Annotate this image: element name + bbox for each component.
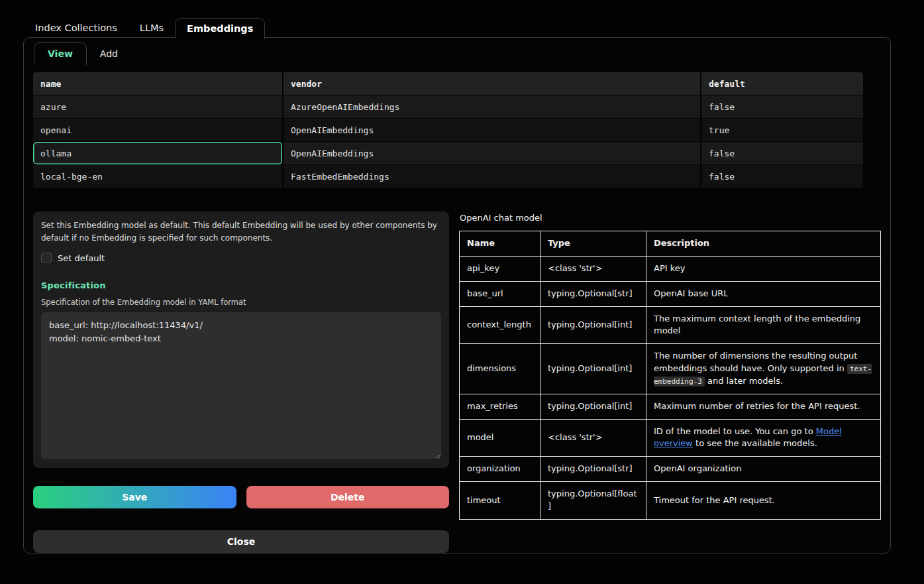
schema-column-name: Name: [460, 231, 540, 257]
param-description: Maximum number of retries for the API re…: [646, 394, 881, 419]
embeddings-table-row[interactable]: azureAzureOpenAIEmbeddingsfalse: [33, 95, 881, 119]
column-header-name: name: [33, 72, 283, 95]
param-description: OpenAI organization: [646, 457, 881, 482]
schema-table-row: api_key<class 'str'>API key: [460, 256, 881, 281]
close-button[interactable]: Close: [33, 530, 449, 553]
param-description: Timeout for the API request.: [646, 482, 881, 520]
embeddings-table-row[interactable]: openaiOpenAIEmbeddingstrue: [33, 119, 881, 142]
edit-column: Set this Embedding model as default. Thi…: [33, 211, 449, 553]
cell-name[interactable]: azure: [33, 95, 283, 119]
embeddings-table: name vendor default azureAzureOpenAIEmbe…: [33, 72, 881, 188]
cell-name[interactable]: ollama: [33, 142, 283, 165]
description-text: to see the available models.: [693, 438, 817, 448]
param-name: timeout: [460, 482, 540, 520]
specification-heading: Specification: [41, 280, 441, 290]
param-name: organization: [460, 457, 540, 482]
detail-section: Set this Embedding model as default. Thi…: [33, 211, 881, 553]
param-description: OpenAI base URL: [646, 281, 881, 306]
param-type: typing.Optional[float]: [540, 482, 646, 520]
action-button-row: Save Delete: [33, 486, 449, 508]
schema-column: OpenAI chat model Name Type Description …: [459, 211, 881, 553]
cell-name[interactable]: openai: [33, 119, 283, 142]
schema-table-row: base_urltyping.Optional[str]OpenAI base …: [460, 281, 881, 306]
cell-default[interactable]: true: [701, 119, 863, 142]
schema-table-row: dimensionstyping.Optional[int]The number…: [460, 344, 881, 394]
schema-column-type: Type: [540, 231, 646, 257]
param-name: base_url: [460, 281, 540, 306]
param-type: typing.Optional[str]: [540, 281, 646, 306]
schema-table: Name Type Description api_key<class 'str…: [459, 231, 881, 520]
param-name: model: [460, 419, 540, 457]
edit-card: Set this Embedding model as default. Thi…: [33, 211, 449, 468]
param-name: api_key: [460, 256, 540, 281]
yaml-spec-textarea[interactable]: base_url: http://localhost:11434/v1/ mod…: [41, 312, 441, 459]
param-type: typing.Optional[int]: [540, 344, 646, 394]
top-tab-bar: Index Collections LLMs Embeddings: [24, 18, 265, 38]
subtab-view[interactable]: View: [34, 42, 87, 65]
delete-button[interactable]: Delete: [246, 486, 450, 508]
embeddings-table-body: azureAzureOpenAIEmbeddingsfalseopenaiOpe…: [33, 95, 881, 188]
specification-caption: Specification of the Embedding model in …: [41, 298, 441, 307]
subtab-add[interactable]: Add: [87, 43, 131, 65]
cell-name[interactable]: local-bge-en: [33, 165, 283, 188]
cell-vendor[interactable]: FastEmbedEmbeddings: [283, 165, 701, 188]
set-default-checkbox[interactable]: [41, 253, 52, 263]
param-type: typing.Optional[int]: [540, 394, 646, 419]
embeddings-table-header: name vendor default: [33, 72, 881, 95]
schema-table-row: context_lengthtyping.Optional[int]The ma…: [460, 306, 881, 344]
param-type: typing.Optional[str]: [540, 457, 646, 482]
description-text: The number of dimensions the resulting o…: [654, 351, 857, 373]
param-description: The maximum context length of the embedd…: [646, 306, 881, 344]
sub-tab-bar: View Add: [34, 42, 881, 65]
schema-column-description: Description: [646, 231, 881, 257]
cell-default[interactable]: false: [701, 142, 863, 165]
param-type: typing.Optional[int]: [540, 306, 646, 344]
param-name: dimensions: [460, 344, 540, 394]
set-default-description: Set this Embedding model as default. Thi…: [41, 219, 438, 244]
cell-default[interactable]: false: [701, 95, 863, 119]
param-name: context_length: [460, 306, 540, 344]
set-default-label: Set default: [58, 253, 105, 263]
cell-default[interactable]: false: [701, 165, 863, 188]
cell-vendor[interactable]: OpenAIEmbeddings: [283, 119, 701, 142]
param-description: The number of dimensions the resulting o…: [646, 344, 881, 394]
tab-embeddings[interactable]: Embeddings: [175, 18, 265, 39]
embeddings-table-row[interactable]: ollamaOpenAIEmbeddingsfalse: [33, 142, 881, 165]
save-button[interactable]: Save: [33, 486, 236, 508]
schema-table-row: max_retriestyping.Optional[int]Maximum n…: [460, 394, 881, 419]
cell-vendor[interactable]: OpenAIEmbeddings: [283, 142, 701, 165]
column-header-default: default: [701, 72, 863, 95]
schema-table-row: timeouttyping.Optional[float]Timeout for…: [460, 482, 881, 520]
schema-table-header: Name Type Description: [460, 231, 881, 257]
tab-index-collections[interactable]: Index Collections: [24, 18, 128, 38]
description-text: and later models.: [705, 376, 783, 386]
schema-table-body: api_key<class 'str'>API keybase_urltypin…: [460, 256, 881, 519]
app-root: Index Collections LLMs Embeddings View A…: [0, 0, 924, 584]
embeddings-table-row[interactable]: local-bge-enFastEmbedEmbeddingsfalse: [33, 165, 881, 188]
param-name: max_retries: [460, 394, 540, 419]
param-description: ID of the model to use. You can go to Mo…: [646, 419, 881, 457]
schema-table-row: organizationtyping.Optional[str]OpenAI o…: [460, 457, 881, 482]
description-text: ID of the model to use. You can go to: [654, 426, 816, 436]
param-description: API key: [646, 256, 881, 281]
cell-vendor[interactable]: AzureOpenAIEmbeddings: [283, 95, 701, 119]
schema-table-row: model<class 'str'>ID of the model to use…: [460, 419, 881, 457]
set-default-row: Set default: [41, 253, 441, 263]
tab-llms[interactable]: LLMs: [128, 18, 175, 38]
embeddings-panel: View Add name vendor default azureAzureO…: [23, 37, 891, 554]
param-type: <class 'str'>: [540, 256, 646, 281]
schema-title: OpenAI chat model: [460, 213, 881, 223]
param-type: <class 'str'>: [540, 419, 646, 457]
column-header-vendor: vendor: [283, 72, 701, 95]
